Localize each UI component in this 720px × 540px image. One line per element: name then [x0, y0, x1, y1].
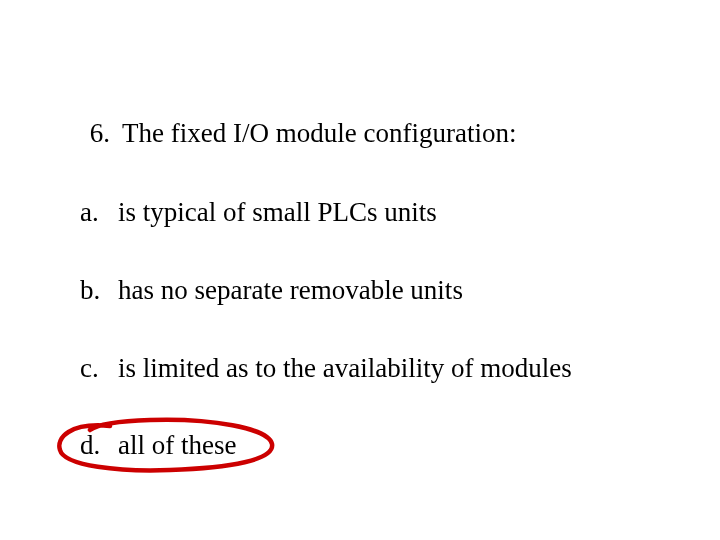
- option-b: b.has no separate removable units: [80, 275, 463, 306]
- option-a-text: is typical of small PLCs units: [118, 197, 437, 227]
- slide: 6.The fixed I/O module configuration: a.…: [0, 0, 720, 540]
- question-text: The fixed I/O module configuration:: [122, 118, 516, 148]
- option-b-letter: b.: [80, 275, 104, 306]
- option-d-letter: d.: [80, 430, 104, 461]
- option-d: d.all of these: [80, 430, 236, 461]
- option-a: a.is typical of small PLCs units: [80, 197, 437, 228]
- option-d-text: all of these: [118, 430, 236, 460]
- option-b-text: has no separate removable units: [118, 275, 463, 305]
- option-c: c.is limited as to the availability of m…: [80, 353, 572, 384]
- option-c-text: is limited as to the availability of mod…: [118, 353, 572, 383]
- option-a-letter: a.: [80, 197, 104, 228]
- question-line: 6.The fixed I/O module configuration:: [78, 118, 516, 149]
- option-c-letter: c.: [80, 353, 104, 384]
- question-number: 6.: [78, 118, 110, 149]
